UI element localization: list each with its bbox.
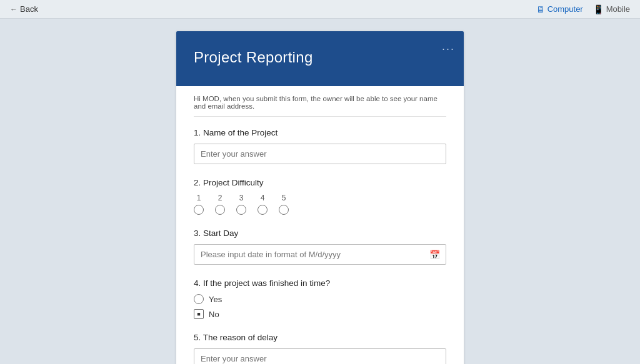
form-title: Project Reporting bbox=[194, 49, 446, 66]
finished-no-option[interactable]: ■ No bbox=[194, 309, 446, 319]
scale-item-2: 2 bbox=[215, 194, 225, 215]
computer-label: Computer bbox=[548, 4, 583, 14]
scale-radio-1[interactable] bbox=[194, 205, 204, 215]
dots-menu-button[interactable]: ... bbox=[442, 40, 455, 53]
scale-num-2: 2 bbox=[218, 194, 222, 202]
form-header: Project Reporting ... bbox=[176, 31, 464, 86]
mobile-icon: 📱 bbox=[593, 4, 604, 14]
scale-item-4: 4 bbox=[258, 194, 268, 215]
privacy-notice: Hi MOD, when you submit this form, the o… bbox=[194, 86, 446, 117]
question-3: 3. Start Day 📅 bbox=[194, 229, 446, 265]
scale-row: 1 2 3 4 5 bbox=[194, 194, 446, 215]
question-1: 1. Name of the Project bbox=[194, 128, 446, 164]
back-label: Back bbox=[20, 4, 38, 14]
scale-num-3: 3 bbox=[239, 194, 244, 202]
scale-radio-3[interactable] bbox=[236, 205, 246, 215]
question-5-label: 5. The reason of delay bbox=[194, 333, 446, 342]
mobile-view-button[interactable]: 📱 Mobile bbox=[593, 4, 630, 14]
scale-item-5: 5 bbox=[279, 194, 289, 215]
date-input[interactable] bbox=[194, 244, 446, 265]
scale-num-1: 1 bbox=[197, 194, 201, 202]
scale-radio-5[interactable] bbox=[279, 205, 289, 215]
view-toggle: 🖥 Computer 📱 Mobile bbox=[536, 4, 630, 14]
finished-no-checkbox-icon: ■ bbox=[194, 309, 204, 319]
form-card: Project Reporting ... Hi MOD, when you s… bbox=[176, 31, 464, 364]
back-button[interactable]: ← Back bbox=[10, 4, 38, 14]
question-5-input[interactable] bbox=[194, 348, 446, 364]
date-input-wrapper: 📅 bbox=[194, 244, 446, 265]
question-2: 2. Project Difficulty 1 2 3 bbox=[194, 178, 446, 215]
scale-radio-2[interactable] bbox=[215, 205, 225, 215]
question-3-label: 3. Start Day bbox=[194, 229, 446, 238]
scale-num-5: 5 bbox=[282, 194, 286, 202]
question-2-label: 2. Project Difficulty bbox=[194, 178, 446, 187]
scale-item-3: 3 bbox=[236, 194, 246, 215]
question-1-label: 1. Name of the Project bbox=[194, 128, 446, 137]
scale-radio-4[interactable] bbox=[258, 205, 268, 215]
scale-item-1: 1 bbox=[194, 194, 204, 215]
top-bar: ← Back 🖥 Computer 📱 Mobile bbox=[0, 0, 640, 19]
back-arrow-icon: ← bbox=[10, 5, 18, 14]
form-body: Hi MOD, when you submit this form, the o… bbox=[176, 86, 464, 364]
question-4-label: 4. If the project was finished in time? bbox=[194, 278, 446, 288]
finished-yes-radio[interactable] bbox=[194, 294, 204, 304]
question-4: 4. If the project was finished in time? … bbox=[194, 278, 446, 319]
question-1-input[interactable] bbox=[194, 144, 446, 164]
finished-yes-label: Yes bbox=[209, 295, 222, 304]
computer-icon: 🖥 bbox=[536, 4, 545, 14]
finished-no-label: No bbox=[209, 310, 219, 319]
main-container: Project Reporting ... Hi MOD, when you s… bbox=[0, 19, 640, 364]
mobile-label: Mobile bbox=[606, 4, 630, 14]
finished-yes-option[interactable]: Yes bbox=[194, 294, 446, 304]
question-5: 5. The reason of delay bbox=[194, 333, 446, 364]
scale-num-4: 4 bbox=[261, 194, 265, 202]
computer-view-button[interactable]: 🖥 Computer bbox=[536, 4, 583, 14]
